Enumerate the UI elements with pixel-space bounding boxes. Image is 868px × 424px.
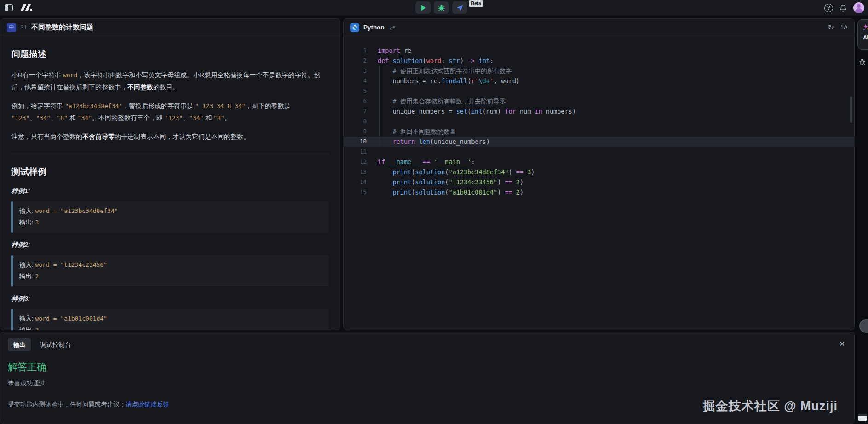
example-label-1: 样例1: [11, 187, 329, 195]
input-label: 输入: [19, 261, 35, 268]
line-content: print(solution("a1b01c001d4") == 2) [378, 187, 523, 197]
code-line-8[interactable]: 8 [344, 116, 854, 126]
line-number[interactable]: 9 [344, 126, 378, 137]
code-line-6[interactable]: 6 # 使用集合存储所有整数，并去除前导零 [344, 96, 854, 106]
code-line-7[interactable]: 7 unique_numbers = set(int(num) for num … [344, 106, 854, 116]
code-line-10[interactable]: 10 return len(unique_numbers) [344, 137, 854, 147]
input-value: word = "a123bc34d8ef34" [35, 207, 118, 214]
paper-plane-icon [456, 4, 464, 11]
line-number[interactable]: 10 [344, 137, 378, 147]
line-number[interactable]: 5 [344, 86, 378, 96]
console-tab-debug[interactable]: 调试控制台 [39, 338, 72, 351]
avatar-body [855, 8, 862, 13]
example-output-row: 输出: 3 [19, 217, 322, 229]
problem-header: 中 31 不同整数的计数问题 [0, 19, 340, 36]
console-tab-output[interactable]: 输出 [8, 338, 31, 351]
language-label: Python [363, 24, 385, 31]
output-value: 2 [35, 327, 39, 330]
rail-bug-icon[interactable] [858, 58, 866, 66]
reset-code-icon[interactable]: ↻ [828, 24, 834, 31]
line-number[interactable]: 1 [344, 46, 378, 56]
console-inner: 输出调试控制台 ✕ 解答正确 恭喜成功通过 提交功能内测体验中，任何问题或者建议… [0, 332, 854, 424]
line-number[interactable]: 15 [344, 187, 378, 197]
section-divider [11, 154, 329, 154]
close-console-icon[interactable]: ✕ [839, 340, 845, 348]
code-line-15[interactable]: 15 print(solution("a1b01c001d4") == 2) [344, 187, 854, 197]
code-line-12[interactable]: 12if __name__ == '__main__': [344, 157, 854, 167]
editor-header-tools: ↻ [828, 24, 848, 31]
ai-label: AI [863, 34, 868, 40]
problem-title: 不同整数的计数问题 [31, 23, 93, 32]
example-block-2: 输入: word = "t1234c23456"输出: 2 [11, 255, 329, 286]
editor-scrollbar[interactable] [850, 96, 852, 123]
line-content: import re [378, 46, 411, 56]
format-code-icon[interactable] [840, 24, 848, 31]
code-line-13[interactable]: 13 print(solution("a123bc34d8ef34") == 3… [344, 167, 854, 177]
window-widget-bar [858, 414, 867, 416]
line-number[interactable]: 4 [344, 76, 378, 86]
line-content: print(solution("t1234c23456") == 2) [378, 177, 523, 187]
code-area[interactable]: 1import re2def solution(word: str) -> in… [344, 36, 854, 330]
code-line-4[interactable]: 4 numbers = re.findall(r'\d+', word) [344, 76, 854, 86]
switch-language-icon[interactable]: ⇄ [390, 24, 395, 31]
sidebar-toggle-icon[interactable] [5, 4, 13, 11]
app-root: { "topbar": { "beta_badge": "Beta", "hel… [0, 0, 868, 424]
input-label: 输入: [19, 207, 35, 214]
text-segment: 、 [50, 114, 57, 121]
code-line-2[interactable]: 2def solution(word: str) -> int: [344, 56, 854, 66]
python-icon [350, 23, 359, 32]
line-number[interactable]: 11 [344, 147, 378, 157]
examples-list: 样例1:输入: word = "a123bc34d8ef34"输出: 3样例2:… [11, 187, 329, 330]
line-number[interactable]: 7 [344, 106, 378, 116]
marscode-logo[interactable] [20, 3, 34, 12]
help-icon[interactable]: ? [824, 4, 833, 12]
line-number[interactable]: 2 [344, 56, 378, 66]
run-button[interactable] [415, 1, 431, 14]
code-line-3[interactable]: 3 # 使用正则表达式匹配字符串中的所有数字 [344, 66, 854, 76]
code-line-11[interactable]: 11 [344, 147, 854, 157]
line-number[interactable]: 6 [344, 96, 378, 106]
bold-text: 不同整数 [127, 83, 153, 91]
text-segment: 、 [183, 114, 189, 121]
example-block-1: 输入: word = "a123bc34d8ef34"输出: 3 [11, 201, 329, 233]
submit-button[interactable] [452, 1, 467, 14]
play-icon [421, 5, 426, 11]
console-panel: 输出调试控制台 ✕ 解答正确 恭喜成功通过 提交功能内测体验中，任何问题或者建议… [0, 332, 855, 424]
output-value: 2 [35, 273, 39, 280]
line-content: def solution(word: str) -> int: [378, 56, 494, 66]
output-label: 输出: [19, 273, 35, 280]
editor-header: Python ⇄ ↻ [344, 19, 854, 36]
avatar-head [857, 4, 861, 8]
ai-assistant-button[interactable]: AI [857, 19, 868, 50]
code-line-9[interactable]: 9 # 返回不同整数的数量 [344, 126, 854, 137]
example-output-row: 输出: 2 [19, 271, 322, 282]
notification-bell-icon[interactable] [839, 4, 847, 12]
text-segment: ，剩下的整数是 [246, 102, 291, 109]
line-number[interactable]: 8 [344, 116, 378, 126]
description-paragraph-3: 注意，只有当两个整数的不含前导零的十进制表示不同，才认为它们是不同的整数。 [11, 131, 329, 143]
line-number[interactable]: 14 [344, 177, 378, 187]
feedback-link[interactable]: 请点此链接反馈 [126, 401, 170, 408]
debug-button[interactable] [434, 1, 449, 14]
window-widget-icon[interactable] [858, 414, 867, 421]
line-number[interactable]: 13 [344, 167, 378, 177]
problem-body[interactable]: 问题描述 小R有一个字符串 word，该字符串由数字和小写英文字母组成。小R想用… [0, 36, 340, 330]
inline-code: "123" [165, 115, 183, 121]
user-avatar[interactable] [853, 2, 864, 13]
example-label-3: 样例3: [11, 295, 329, 303]
inline-code: " 123 34 8 34" [195, 103, 246, 109]
code-line-14[interactable]: 14 print(solution("t1234c23456") == 2) [344, 177, 854, 187]
text-segment: 的数目。 [153, 83, 179, 91]
code-lines: 1import re2def solution(word: str) -> in… [344, 46, 854, 197]
code-line-1[interactable]: 1import re [344, 46, 854, 56]
example-input-row: 输入: word = "a123bc34d8ef34" [19, 206, 322, 217]
floating-widget[interactable] [859, 319, 868, 333]
result-subtitle: 恭喜成功通过 [8, 379, 847, 388]
inline-code: "34" [189, 115, 203, 121]
line-number[interactable]: 12 [344, 157, 378, 167]
code-line-5[interactable]: 5 [344, 86, 854, 96]
examples-heading: 测试样例 [11, 166, 329, 178]
line-number[interactable]: 3 [344, 66, 378, 76]
output-label: 输出: [19, 327, 35, 330]
inline-code: "a123bc34d8ef34" [65, 103, 122, 109]
